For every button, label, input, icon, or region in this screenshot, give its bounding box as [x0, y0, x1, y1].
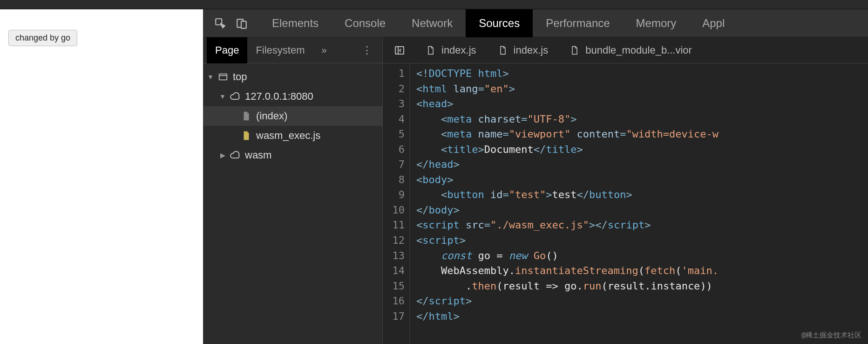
- devtools-body: PageFilesystem » ⋮ ▼ top ▼: [203, 37, 868, 344]
- devtools-panel: ElementsConsoleNetworkSourcesPerformance…: [203, 9, 868, 344]
- tree-label: (index): [256, 110, 287, 122]
- file-icon: [497, 44, 509, 56]
- sidebar-tabbar: PageFilesystem » ⋮: [203, 37, 382, 63]
- devtools-tabbar: ElementsConsoleNetworkSourcesPerformance…: [203, 9, 868, 37]
- editor-tab-label: index.js: [514, 44, 549, 56]
- overflow-chevrons-icon[interactable]: »: [313, 45, 335, 55]
- inspect-element-icon[interactable]: [214, 17, 226, 29]
- line-gutter: 1234567891011121314151617: [383, 63, 410, 344]
- devtools-tab-network[interactable]: Network: [399, 9, 466, 37]
- tree-file-wasm-exec[interactable]: wasm_exec.js: [203, 126, 382, 145]
- devtools-tablist: ElementsConsoleNetworkSourcesPerformance…: [259, 9, 738, 37]
- devtools-tab-console[interactable]: Console: [332, 9, 399, 37]
- tree-label: 127.0.0.1:8080: [245, 90, 313, 103]
- tree-arrow-icon: ▶: [219, 151, 226, 159]
- editor-tab[interactable]: index.js: [414, 37, 487, 63]
- tree-label: wasm_exec.js: [256, 130, 320, 142]
- svg-rect-2: [241, 21, 246, 28]
- tree-arrow-icon: ▼: [219, 93, 226, 100]
- editor-tab-label: bundle_module_b...vior: [585, 44, 692, 56]
- cloud-icon: [229, 90, 241, 103]
- file-icon: [425, 44, 437, 56]
- tree-host[interactable]: ▼ 127.0.0.1:8080: [203, 87, 382, 106]
- tree-file-index[interactable]: (index): [203, 106, 382, 126]
- toggle-navigator-icon[interactable]: [387, 45, 412, 56]
- file-icon: [569, 44, 581, 56]
- editor-tablist: index.jsindex.jsbundle_module_b...vior: [414, 37, 702, 63]
- tree-arrow-icon: ▼: [207, 73, 214, 81]
- editor-tab-label: index.js: [441, 44, 476, 56]
- cloud-icon: [229, 149, 241, 161]
- tree-top-frame[interactable]: ▼ top: [203, 67, 382, 87]
- sources-sidebar: PageFilesystem » ⋮ ▼ top ▼: [203, 37, 383, 344]
- rendered-page: changed by go: [0, 9, 203, 344]
- editor-tabbar: index.jsindex.jsbundle_module_b...vior: [383, 37, 868, 63]
- file-tree: ▼ top ▼ 127.0.0.1:8080: [203, 63, 382, 344]
- code-content[interactable]: <!DOCTYPE html><html lang="en"><head> <m…: [410, 63, 868, 344]
- tree-label: wasm: [245, 149, 271, 161]
- page-test-button[interactable]: changed by go: [8, 30, 77, 46]
- js-file-icon: [240, 130, 252, 142]
- devtools-tab-appl[interactable]: Appl: [689, 9, 738, 37]
- tree-wasm-folder[interactable]: ▶ wasm: [203, 145, 382, 165]
- sidebar-tablist: PageFilesystem: [207, 37, 313, 63]
- code-editor[interactable]: 1234567891011121314151617 <!DOCTYPE html…: [383, 63, 868, 344]
- devtools-tab-sources[interactable]: Sources: [466, 9, 533, 37]
- more-options-icon[interactable]: ⋮: [355, 44, 379, 56]
- devtools-tab-memory[interactable]: Memory: [623, 9, 690, 37]
- window-icon: [217, 71, 229, 83]
- sidebar-tab-filesystem[interactable]: Filesystem: [247, 37, 313, 63]
- svg-rect-3: [219, 74, 227, 80]
- device-toolbar-icon[interactable]: [236, 17, 248, 29]
- sidebar-tab-page[interactable]: Page: [207, 37, 247, 63]
- tree-label: top: [233, 71, 247, 83]
- sources-editor: index.jsindex.jsbundle_module_b...vior 1…: [383, 37, 868, 344]
- devtools-toolbar: [203, 17, 259, 29]
- main-area: changed by go ElementsConso: [0, 9, 868, 344]
- browser-topbar: [0, 0, 868, 9]
- watermark: @稀土掘金技术社区: [801, 330, 861, 340]
- file-icon: [240, 110, 252, 122]
- devtools-tab-performance[interactable]: Performance: [533, 9, 623, 37]
- devtools-tab-elements[interactable]: Elements: [259, 9, 332, 37]
- editor-tab[interactable]: bundle_module_b...vior: [558, 37, 702, 63]
- editor-tab[interactable]: index.js: [487, 37, 559, 63]
